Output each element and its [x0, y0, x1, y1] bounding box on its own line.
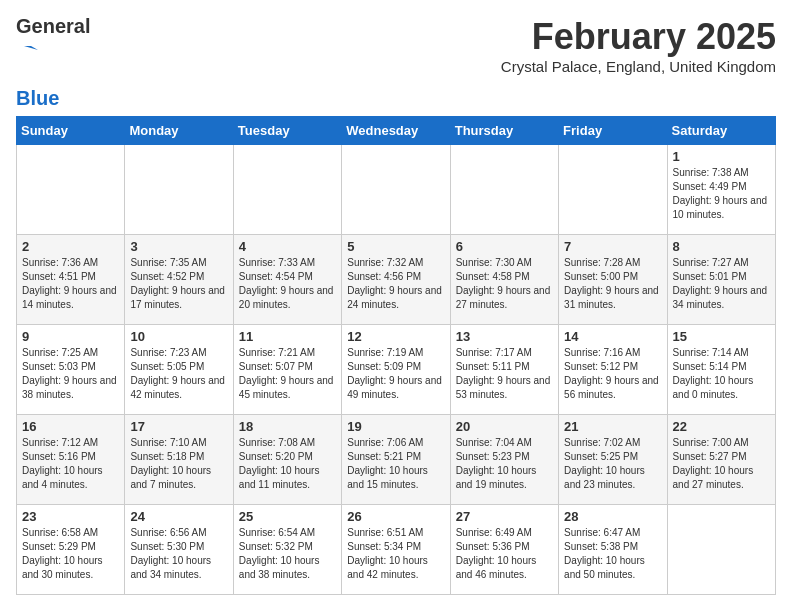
day-info: Sunrise: 7:36 AM Sunset: 4:51 PM Dayligh… — [22, 256, 119, 312]
day-info: Sunrise: 6:47 AM Sunset: 5:38 PM Dayligh… — [564, 526, 661, 582]
day-info: Sunrise: 7:25 AM Sunset: 5:03 PM Dayligh… — [22, 346, 119, 402]
calendar-week-row: 23Sunrise: 6:58 AM Sunset: 5:29 PM Dayli… — [17, 505, 776, 595]
table-row: 26Sunrise: 6:51 AM Sunset: 5:34 PM Dayli… — [342, 505, 450, 595]
day-number: 17 — [130, 419, 227, 434]
day-number: 10 — [130, 329, 227, 344]
day-number: 21 — [564, 419, 661, 434]
table-row: 8Sunrise: 7:27 AM Sunset: 5:01 PM Daylig… — [667, 235, 775, 325]
table-row: 22Sunrise: 7:00 AM Sunset: 5:27 PM Dayli… — [667, 415, 775, 505]
day-number: 2 — [22, 239, 119, 254]
day-number: 12 — [347, 329, 444, 344]
day-number: 27 — [456, 509, 553, 524]
day-number: 14 — [564, 329, 661, 344]
table-row: 9Sunrise: 7:25 AM Sunset: 5:03 PM Daylig… — [17, 325, 125, 415]
table-row — [667, 505, 775, 595]
table-row: 2Sunrise: 7:36 AM Sunset: 4:51 PM Daylig… — [17, 235, 125, 325]
table-row: 7Sunrise: 7:28 AM Sunset: 5:00 PM Daylig… — [559, 235, 667, 325]
day-info: Sunrise: 7:00 AM Sunset: 5:27 PM Dayligh… — [673, 436, 770, 492]
day-number: 25 — [239, 509, 336, 524]
table-row: 12Sunrise: 7:19 AM Sunset: 5:09 PM Dayli… — [342, 325, 450, 415]
day-info: Sunrise: 7:23 AM Sunset: 5:05 PM Dayligh… — [130, 346, 227, 402]
table-row: 17Sunrise: 7:10 AM Sunset: 5:18 PM Dayli… — [125, 415, 233, 505]
day-number: 20 — [456, 419, 553, 434]
day-number: 1 — [673, 149, 770, 164]
day-number: 16 — [22, 419, 119, 434]
day-info: Sunrise: 7:06 AM Sunset: 5:21 PM Dayligh… — [347, 436, 444, 492]
day-number: 8 — [673, 239, 770, 254]
table-row: 21Sunrise: 7:02 AM Sunset: 5:25 PM Dayli… — [559, 415, 667, 505]
day-number: 19 — [347, 419, 444, 434]
logo-bird-icon — [16, 40, 38, 62]
day-number: 3 — [130, 239, 227, 254]
header-sunday: Sunday — [17, 117, 125, 145]
day-info: Sunrise: 7:33 AM Sunset: 4:54 PM Dayligh… — [239, 256, 336, 312]
day-number: 26 — [347, 509, 444, 524]
calendar-week-row: 9Sunrise: 7:25 AM Sunset: 5:03 PM Daylig… — [17, 325, 776, 415]
table-row: 27Sunrise: 6:49 AM Sunset: 5:36 PM Dayli… — [450, 505, 558, 595]
day-number: 28 — [564, 509, 661, 524]
day-info: Sunrise: 7:10 AM Sunset: 5:18 PM Dayligh… — [130, 436, 227, 492]
day-info: Sunrise: 7:08 AM Sunset: 5:20 PM Dayligh… — [239, 436, 336, 492]
header-tuesday: Tuesday — [233, 117, 341, 145]
month-title: February 2025 — [501, 16, 776, 58]
logo-blue-text: Blue — [16, 88, 59, 108]
day-info: Sunrise: 7:17 AM Sunset: 5:11 PM Dayligh… — [456, 346, 553, 402]
table-row: 15Sunrise: 7:14 AM Sunset: 5:14 PM Dayli… — [667, 325, 775, 415]
svg-marker-0 — [24, 46, 38, 50]
calendar-week-row: 16Sunrise: 7:12 AM Sunset: 5:16 PM Dayli… — [17, 415, 776, 505]
day-info: Sunrise: 7:21 AM Sunset: 5:07 PM Dayligh… — [239, 346, 336, 402]
table-row: 24Sunrise: 6:56 AM Sunset: 5:30 PM Dayli… — [125, 505, 233, 595]
header-thursday: Thursday — [450, 117, 558, 145]
table-row: 23Sunrise: 6:58 AM Sunset: 5:29 PM Dayli… — [17, 505, 125, 595]
day-info: Sunrise: 6:51 AM Sunset: 5:34 PM Dayligh… — [347, 526, 444, 582]
table-row: 19Sunrise: 7:06 AM Sunset: 5:21 PM Dayli… — [342, 415, 450, 505]
day-info: Sunrise: 7:19 AM Sunset: 5:09 PM Dayligh… — [347, 346, 444, 402]
calendar-week-row: 2Sunrise: 7:36 AM Sunset: 4:51 PM Daylig… — [17, 235, 776, 325]
table-row: 1Sunrise: 7:38 AM Sunset: 4:49 PM Daylig… — [667, 145, 775, 235]
header-friday: Friday — [559, 117, 667, 145]
calendar-week-row: 1Sunrise: 7:38 AM Sunset: 4:49 PM Daylig… — [17, 145, 776, 235]
table-row — [125, 145, 233, 235]
header-monday: Monday — [125, 117, 233, 145]
day-number: 7 — [564, 239, 661, 254]
day-info: Sunrise: 7:14 AM Sunset: 5:14 PM Dayligh… — [673, 346, 770, 402]
table-row: 28Sunrise: 6:47 AM Sunset: 5:38 PM Dayli… — [559, 505, 667, 595]
weekday-header-row: Sunday Monday Tuesday Wednesday Thursday… — [17, 117, 776, 145]
day-info: Sunrise: 7:30 AM Sunset: 4:58 PM Dayligh… — [456, 256, 553, 312]
day-number: 5 — [347, 239, 444, 254]
day-number: 9 — [22, 329, 119, 344]
day-number: 11 — [239, 329, 336, 344]
day-info: Sunrise: 7:38 AM Sunset: 4:49 PM Dayligh… — [673, 166, 770, 222]
table-row — [450, 145, 558, 235]
logo: General Blue — [16, 16, 90, 108]
day-info: Sunrise: 7:04 AM Sunset: 5:23 PM Dayligh… — [456, 436, 553, 492]
table-row: 16Sunrise: 7:12 AM Sunset: 5:16 PM Dayli… — [17, 415, 125, 505]
day-info: Sunrise: 7:12 AM Sunset: 5:16 PM Dayligh… — [22, 436, 119, 492]
table-row: 20Sunrise: 7:04 AM Sunset: 5:23 PM Dayli… — [450, 415, 558, 505]
table-row: 10Sunrise: 7:23 AM Sunset: 5:05 PM Dayli… — [125, 325, 233, 415]
table-row: 18Sunrise: 7:08 AM Sunset: 5:20 PM Dayli… — [233, 415, 341, 505]
table-row — [559, 145, 667, 235]
calendar: Sunday Monday Tuesday Wednesday Thursday… — [16, 116, 776, 595]
table-row: 4Sunrise: 7:33 AM Sunset: 4:54 PM Daylig… — [233, 235, 341, 325]
table-row — [17, 145, 125, 235]
day-number: 6 — [456, 239, 553, 254]
day-number: 15 — [673, 329, 770, 344]
table-row: 11Sunrise: 7:21 AM Sunset: 5:07 PM Dayli… — [233, 325, 341, 415]
title-area: February 2025 Crystal Palace, England, U… — [501, 16, 776, 75]
day-info: Sunrise: 7:32 AM Sunset: 4:56 PM Dayligh… — [347, 256, 444, 312]
day-info: Sunrise: 7:16 AM Sunset: 5:12 PM Dayligh… — [564, 346, 661, 402]
day-info: Sunrise: 6:54 AM Sunset: 5:32 PM Dayligh… — [239, 526, 336, 582]
table-row — [342, 145, 450, 235]
day-number: 24 — [130, 509, 227, 524]
day-info: Sunrise: 6:56 AM Sunset: 5:30 PM Dayligh… — [130, 526, 227, 582]
logo-text: General — [16, 16, 90, 36]
table-row: 3Sunrise: 7:35 AM Sunset: 4:52 PM Daylig… — [125, 235, 233, 325]
day-info: Sunrise: 7:02 AM Sunset: 5:25 PM Dayligh… — [564, 436, 661, 492]
day-number: 13 — [456, 329, 553, 344]
day-info: Sunrise: 7:27 AM Sunset: 5:01 PM Dayligh… — [673, 256, 770, 312]
table-row: 6Sunrise: 7:30 AM Sunset: 4:58 PM Daylig… — [450, 235, 558, 325]
day-number: 23 — [22, 509, 119, 524]
day-number: 18 — [239, 419, 336, 434]
table-row: 5Sunrise: 7:32 AM Sunset: 4:56 PM Daylig… — [342, 235, 450, 325]
